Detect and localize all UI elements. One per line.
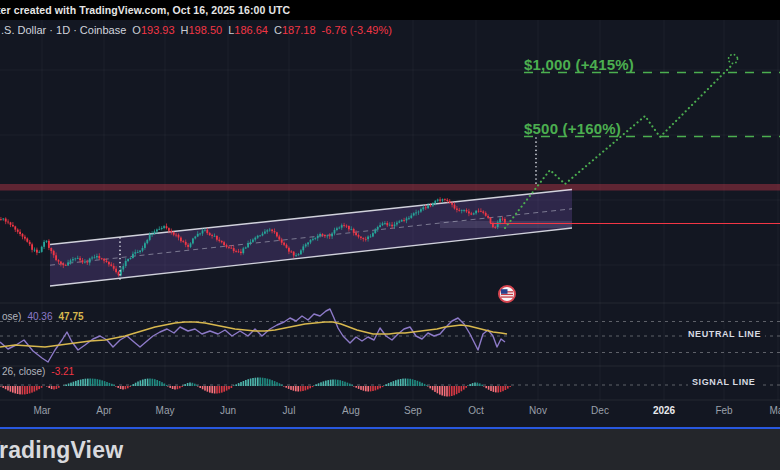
rsi-ma-value: 47.75 [58,311,83,322]
time-axis[interactable]: MarAprMayJunJulAugSepOctNovDec2026FebMar [0,400,780,425]
axis-month-label: Oct [456,405,496,416]
ohlc-low: L186.64 [228,24,268,36]
axis-month-label: Mar [22,405,62,416]
axis-month-label: Apr [84,405,124,416]
symbol-description: .S. Dollar · 1D · Coinbase [1,24,126,36]
macd-value: -3.21 [51,366,74,377]
ohlc-open: O193.93 [132,24,174,36]
attribution-bar: ter created with TradingView.com, Oct 16… [0,0,780,20]
price-target-1000-label[interactable]: $1,000 (+415%) [524,56,634,73]
axis-month-label: Mar [758,405,780,416]
price-target-500-label[interactable]: $500 (+160%) [524,120,621,137]
neutral-line-tag: NEUTRAL LINE [684,329,765,339]
chart-canvas[interactable] [0,0,780,427]
axis-month-label: Sep [393,405,433,416]
rsi-label: ose) [2,311,21,322]
axis-month-label: 2026 [644,405,684,416]
ohlc-high: H198.50 [181,24,223,36]
tradingview-chart-screenshot: ter created with TradingView.com, Oct 16… [0,0,780,470]
axis-month-label: Jun [208,405,248,416]
axis-month-label: Aug [331,405,371,416]
us-flag-icon[interactable] [498,285,516,303]
tradingview-logo-text: TradingView [0,437,123,464]
axis-month-label: Feb [704,405,744,416]
rsi-indicator-legend[interactable]: ose) 40.36 47.75 [2,311,84,322]
brand-bar: TradingView [0,427,780,470]
axis-month-label: Dec [580,405,620,416]
change-value: -6.76 (-3.49%) [322,24,392,36]
ohlc-close: C187.18 [274,24,316,36]
axis-month-label: Nov [518,405,558,416]
axis-month-label: May [145,405,185,416]
axis-month-label: Jul [269,405,309,416]
macd-label: 26, close) [2,366,45,377]
attribution-text: ter created with TradingView.com, Oct 16… [0,4,290,16]
rsi-value: 40.36 [27,311,52,322]
macd-indicator-legend[interactable]: 26, close) -3.21 [2,366,74,377]
signal-line-tag: SIGNAL LINE [688,377,759,387]
symbol-info-row[interactable]: .S. Dollar · 1D · Coinbase O193.93 H198.… [1,24,392,36]
